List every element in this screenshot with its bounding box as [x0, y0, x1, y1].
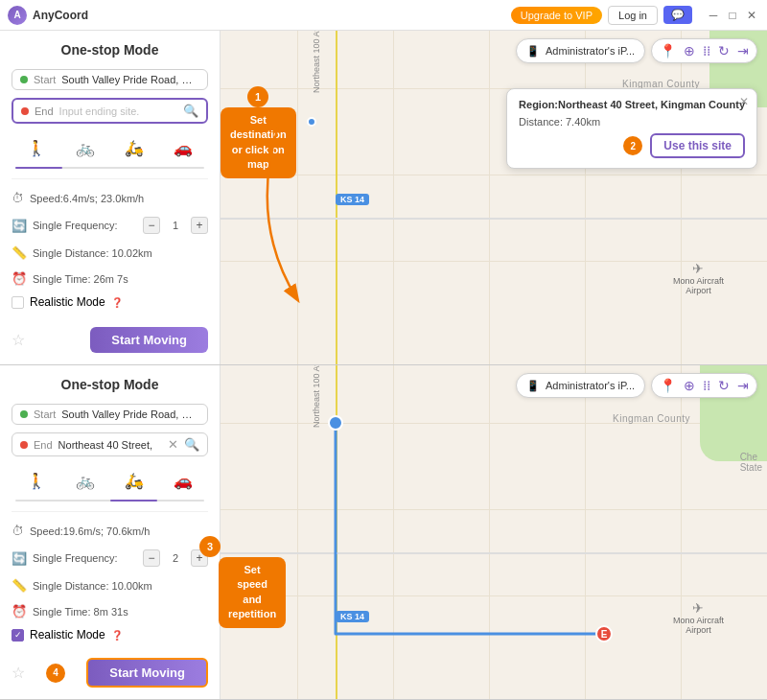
freq-row: 🔄 Single Frequency: − 1 +	[12, 215, 208, 236]
bottom-end-value[interactable]: Northeast 40 Street,	[58, 439, 162, 451]
bottom-search-icon[interactable]: 🔍	[184, 437, 199, 452]
bottom-end-input-row[interactable]: End Northeast 40 Street, ✕ 🔍	[12, 432, 208, 456]
bottom-map-dots-icon[interactable]: ⁞⁞	[703, 378, 710, 393]
realistic-mode-help[interactable]: ❓	[111, 297, 123, 308]
bottom-airport-label: ✈ Mono AircraftAirport	[673, 600, 724, 635]
map-exit-icon[interactable]: ⇥	[737, 43, 749, 58]
step-1-circle: 1	[247, 86, 268, 107]
freq-plus-button[interactable]: +	[191, 217, 208, 234]
transport-walk[interactable]: 🚶	[23, 135, 50, 161]
separator-2	[12, 511, 208, 512]
window-controls: ─ □ ✕	[706, 8, 759, 23]
bottom-map-location-icon[interactable]: 📍	[660, 378, 676, 393]
realistic-mode-checkbox[interactable]	[12, 296, 24, 309]
start-moving-button-bottom[interactable]: Start Moving	[86, 658, 208, 688]
bottom-map-controls: 📍 ⊕ ⁞⁞ ↻ ⇥	[651, 373, 757, 398]
bottom-device-icon: 📱	[526, 380, 540, 392]
bottom-road-label-northeast-100: Northeast 100 Avenue	[312, 365, 321, 428]
discord-button[interactable]: 💬	[663, 6, 692, 24]
bottom-grid-v-3	[489, 365, 490, 699]
close-button[interactable]: ✕	[744, 8, 759, 23]
end-clear-icon[interactable]: ✕	[168, 437, 178, 452]
device-icon-top: 📱	[526, 45, 540, 58]
bottom-dist-icon: 📏	[12, 578, 27, 593]
map-controls-top: 📍 ⊕ ⁞⁞ ↻ ⇥	[651, 38, 757, 63]
bottom-start-value[interactable]: South Valley Pride Road, Ren	[61, 408, 199, 420]
bottom-transport-car[interactable]: 🚗	[170, 468, 197, 494]
sidebar-bottom-top: ☆ Start Moving	[12, 327, 208, 353]
end-placeholder[interactable]: Input ending site.	[59, 105, 177, 117]
minimize-button[interactable]: ─	[706, 8, 721, 23]
step-2-circle: 2	[623, 136, 642, 155]
end-label: End	[35, 105, 54, 117]
tooltip-close-button[interactable]: ✕	[739, 95, 749, 108]
bottom-map-exit-icon[interactable]: ⇥	[737, 378, 749, 393]
map-rotate-icon[interactable]: ↻	[718, 43, 730, 58]
bottom-end-label: End	[34, 439, 53, 451]
map-dots-icon[interactable]: ⁞⁞	[703, 43, 710, 58]
favorite-star-bottom[interactable]: ☆	[12, 664, 25, 682]
start-input-row: Start South Valley Pride Road, Ren	[12, 69, 208, 90]
start-moving-button-top[interactable]: Start Moving	[90, 327, 208, 353]
speed-icon: ⏱	[12, 191, 24, 205]
maximize-button[interactable]: □	[725, 8, 740, 23]
transport-bike[interactable]: 🚲	[72, 135, 99, 161]
dist-icon: 📏	[12, 245, 27, 260]
bottom-transport-selector: 🚶 🚲 🛵 🚗	[12, 464, 208, 502]
bottom-grid-v-1	[297, 365, 298, 699]
bottom-sidebar-title: One-stop Mode	[12, 377, 208, 392]
map-overlay-top: 📱 Administrator's iP... 📍 ⊕ ⁞⁞ ↻ ⇥	[516, 38, 757, 63]
map-target-icon[interactable]: ⊕	[684, 43, 695, 58]
bottom-start-label: Start	[34, 408, 56, 420]
app-logo: A	[8, 6, 27, 25]
bottom-realistic-mode-help[interactable]: ❓	[111, 630, 123, 641]
freq-minus-button[interactable]: −	[143, 217, 160, 234]
end-search-icon[interactable]: 🔍	[183, 104, 198, 118]
bottom-speed-label: Speed:19.6m/s; 70.6km/h	[30, 525, 208, 537]
bottom-start-dot	[20, 410, 28, 418]
top-sidebar: One-stop Mode Start South Valley Pride R…	[0, 31, 221, 364]
tooltip-region: Region:Northeast 40 Street, Kingman Coun…	[519, 99, 745, 110]
bottom-transport-walk[interactable]: 🚶	[23, 468, 50, 494]
dist-row: 📏 Single Distance: 10.02km	[12, 244, 208, 262]
end-input-row-top[interactable]: End Input ending site. 🔍	[12, 98, 208, 124]
sidebar-bottom-bottom: ☆ 4 Start Moving	[12, 658, 208, 688]
bottom-sidebar: One-stop Mode Start South Valley Pride R…	[0, 365, 221, 699]
callout-set-destination: Set destination or click on map	[221, 107, 296, 178]
grid-v-4	[585, 31, 586, 364]
bottom-airport-icon: ✈	[673, 600, 724, 616]
main-content: One-stop Mode Start South Valley Pride R…	[0, 31, 767, 700]
map-location-icon[interactable]: 📍	[660, 43, 676, 58]
road-badge-top: KS 14	[336, 194, 369, 205]
time-row: ⏰ Single Time: 26m 7s	[12, 269, 208, 288]
favorite-star-top[interactable]: ☆	[12, 331, 25, 349]
bottom-transport-bike[interactable]: 🚲	[72, 468, 99, 494]
bottom-road-badge: KS 14	[336, 611, 369, 622]
bottom-device-pill[interactable]: 📱 Administrator's iP...	[516, 373, 645, 398]
transport-ebike[interactable]: 🛵	[121, 135, 148, 161]
bottom-map-rotate-icon[interactable]: ↻	[718, 378, 730, 393]
start-marker-top	[307, 117, 316, 127]
bottom-realistic-mode-checkbox[interactable]: ✓	[12, 629, 24, 642]
bottom-county-label: Kingman County	[613, 413, 690, 424]
time-label: Single Time: 26m 7s	[33, 273, 208, 285]
separator-1	[12, 178, 208, 179]
bottom-speed-row: ⏱ Speed:19.6m/s; 70.6km/h	[12, 522, 208, 540]
device-pill-top[interactable]: 📱 Administrator's iP...	[516, 38, 645, 63]
airport-label-top: ✈ Mono AircraftAirport	[673, 261, 724, 295]
top-panel-row: One-stop Mode Start South Valley Pride R…	[0, 31, 767, 365]
bottom-freq-label: Single Frequency:	[33, 552, 137, 564]
top-map[interactable]: 📱 Administrator's iP... 📍 ⊕ ⁞⁞ ↻ ⇥ Kingm…	[221, 31, 767, 364]
bottom-freq-minus-button[interactable]: −	[143, 549, 160, 567]
speed-row: ⏱ Speed:6.4m/s; 23.0km/h	[12, 189, 208, 207]
bottom-map[interactable]: 📱 Administrator's iP... 📍 ⊕ ⁞⁞ ↻ ⇥ Kingm…	[221, 365, 767, 699]
bottom-map-target-icon[interactable]: ⊕	[684, 378, 695, 393]
login-button[interactable]: Log in	[608, 6, 658, 25]
bottom-transport-ebike[interactable]: 🛵	[121, 468, 148, 494]
upgrade-vip-button[interactable]: Upgrade to VIP	[511, 7, 602, 24]
transport-car[interactable]: 🚗	[170, 135, 197, 161]
bottom-freq-value: 2	[166, 552, 185, 564]
use-this-site-button[interactable]: Use this site	[650, 133, 745, 158]
start-value[interactable]: South Valley Pride Road, Ren	[61, 74, 199, 85]
bottom-realistic-mode-label: Realistic Mode	[30, 628, 105, 642]
